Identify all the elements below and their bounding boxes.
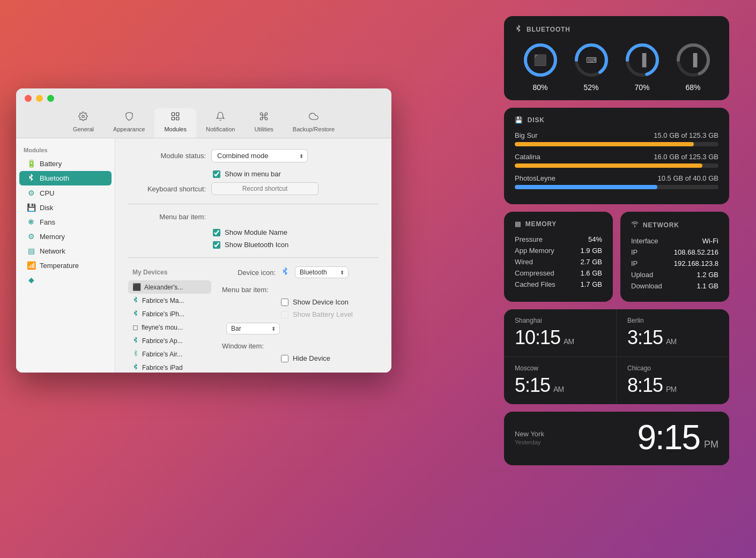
disk-vol-2: PhotosLeyne 10.5 GB of 40.0 GB — [515, 174, 718, 189]
network-stat-value-4: 1.1 GB — [697, 282, 718, 290]
show-device-icon-checkbox[interactable] — [281, 299, 288, 306]
sidebar-item-gpu-label: Memory — [40, 233, 65, 241]
tab-utilities[interactable]: Utilities — [244, 108, 283, 138]
network-widget-title-text: NETWORK — [643, 221, 679, 229]
tab-notification[interactable]: Notification — [196, 108, 244, 138]
title-bar: General Appearance Modules — [16, 88, 391, 138]
bluetooth-widget: BLUETOOTH ⬛ 80% — [504, 16, 729, 100]
clock-time-val-shanghai: 10:15 — [515, 326, 560, 349]
device-item-fabricesiph[interactable]: Fabrice's iPh... — [128, 307, 211, 321]
sidebar-item-temperature[interactable]: ◆ — [19, 273, 112, 287]
hide-device-checkbox[interactable] — [281, 355, 288, 362]
tab-modules[interactable]: Modules — [154, 108, 196, 138]
svg-rect-3 — [172, 117, 174, 120]
bt-pct-4: 68% — [685, 83, 700, 92]
show-menu-bar-label: Show in menu bar — [225, 170, 281, 178]
svg-rect-1 — [172, 113, 174, 115]
bar-dropdown[interactable]: Bar — [226, 323, 280, 334]
device-icon-fabricesipad — [132, 363, 139, 371]
sidebar-item-cpu[interactable]: ⚙ CPU — [19, 186, 112, 200]
bluetooth-widget-title-text: BLUETOOTH — [527, 26, 570, 33]
cmd-icon — [259, 111, 269, 124]
sidebar-item-gpu[interactable]: ⚙ Memory — [19, 229, 112, 243]
clock-time-val-chicago: 8:15 — [627, 374, 663, 397]
shortcut-input[interactable] — [211, 182, 318, 195]
gpu-icon: ⚙ — [27, 232, 35, 241]
svg-point-13 — [634, 226, 635, 227]
tab-general-label: General — [73, 126, 94, 132]
memory-stat-2: Wired 2.7 GB — [515, 258, 602, 266]
toolbar: General Appearance Modules — [25, 108, 383, 138]
sidebar-item-fans[interactable]: ❋ Fans — [19, 215, 112, 229]
ny-time-area: 9:15 PM — [637, 420, 718, 455]
clock-ampm-moscow: AM — [553, 385, 564, 393]
tab-appearance[interactable]: Appearance — [103, 108, 154, 138]
device-label-fleynemou: fleyne's mou... — [142, 324, 183, 331]
gear-icon — [78, 111, 88, 124]
clock-city-chicago: Chicago — [627, 364, 718, 372]
sidebar-item-memory[interactable]: ▤ Network — [19, 244, 112, 258]
device-icon-dropdown[interactable]: Bluetooth — [295, 266, 349, 278]
disk-vol-1: Catalina 16.0 GB of 125.3 GB — [515, 153, 718, 168]
device-item-fabricesipad[interactable]: Fabrice's iPad — [128, 361, 211, 373]
tab-utilities-label: Utilities — [254, 126, 273, 132]
ny-city: New York — [515, 430, 544, 438]
memory-stat-3: Compressed 1.6 GB — [515, 269, 602, 277]
device-item-alexanders[interactable]: ⬛ Alexander's... — [128, 280, 211, 294]
module-status-row: Module status: Combined mode — [128, 149, 379, 162]
show-menu-bar-checkbox[interactable] — [213, 170, 220, 178]
device-item-fabricesair[interactable]: Fabrice's Air... — [128, 347, 211, 361]
tab-general[interactable]: General — [63, 108, 103, 138]
ny-ampm: PM — [704, 439, 718, 450]
network-stat-value-0: Wi-Fi — [702, 237, 718, 245]
device-list-col: My Devices ⬛ Alexander's... Fabrice's Ma… — [128, 266, 211, 373]
memory-stat-value-3: 1.6 GB — [581, 269, 602, 277]
show-battery-checkbox[interactable] — [281, 311, 288, 318]
sidebar-item-battery-label: Battery — [40, 160, 62, 168]
sidebar-item-network[interactable]: 📶 Temperature — [19, 258, 112, 272]
maximize-button[interactable] — [47, 95, 54, 102]
sidebar-item-bluetooth[interactable]: Bluetooth — [19, 171, 112, 185]
device-label-fabricesipad: Fabrice's iPad — [142, 364, 183, 371]
tab-appearance-label: Appearance — [113, 126, 145, 132]
close-button[interactable] — [25, 95, 32, 102]
divider-1 — [128, 204, 379, 204]
tab-backup[interactable]: Backup/Restore — [283, 108, 344, 138]
disk-icon: 💾 — [27, 203, 35, 212]
network-stat-0: Interface Wi-Fi — [631, 237, 718, 245]
memory-stat-value-0: 54% — [588, 235, 602, 243]
memory-icon: ▤ — [27, 247, 35, 255]
bt-device-icon-4: ▐ — [689, 53, 698, 67]
device-icon-fabricesma — [132, 296, 139, 304]
module-status-dropdown[interactable]: Combined mode — [211, 149, 308, 162]
sidebar-item-disk[interactable]: 💾 Disk — [19, 200, 112, 214]
cloud-icon — [309, 111, 318, 124]
bluetooth-widget-icon — [515, 25, 522, 34]
show-bluetooth-icon-checkbox[interactable] — [213, 241, 220, 249]
ny-widget: New York Yesterday 9:15 PM — [504, 412, 729, 465]
show-bluetooth-icon-row: Show Bluetooth Icon — [213, 241, 379, 249]
device-label-fabricesair: Fabrice's Air... — [142, 351, 182, 358]
device-label-fabricesap: Fabrice's Ap... — [142, 337, 183, 345]
device-list-header: My Devices — [128, 266, 211, 278]
divider-2 — [128, 257, 379, 258]
device-item-fleynemou[interactable]: ◻ fleyne's mou... — [128, 321, 211, 334]
sidebar-item-cpu-label: CPU — [40, 189, 54, 197]
keyboard-shortcut-row: Keyboard shortcut: — [128, 182, 379, 195]
sidebar-item-network-label: Temperature — [40, 262, 79, 270]
sidebar-item-battery[interactable]: 🔋 Battery — [19, 157, 112, 170]
disk-name-1: Catalina — [515, 153, 540, 161]
network-stat-4: Download 1.1 GB — [631, 282, 718, 290]
clock-time-moscow: 5:15 AM — [515, 374, 605, 397]
clock-ampm-chicago: PM — [666, 385, 676, 393]
memory-stat-label-3: Compressed — [515, 269, 554, 277]
disk-bar-0 — [515, 142, 718, 146]
network-stat-value-3: 1.2 GB — [697, 271, 718, 279]
device-item-fabricesma[interactable]: Fabrice's Ma... — [128, 294, 211, 307]
minimize-button[interactable] — [36, 95, 43, 102]
disk-name-0: Big Sur — [515, 131, 538, 139]
bt-device-3: ▐ 70% — [624, 41, 661, 92]
show-module-name-checkbox[interactable] — [213, 229, 220, 236]
window-controls — [25, 95, 383, 102]
device-item-fabricesap[interactable]: Fabrice's Ap... — [128, 334, 211, 347]
